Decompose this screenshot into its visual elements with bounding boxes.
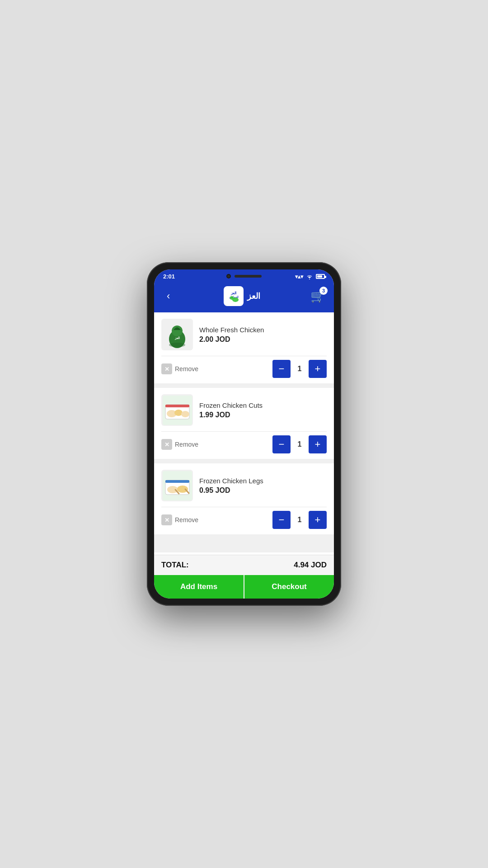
camera-dot: [226, 274, 231, 278]
svg-rect-12: [165, 405, 189, 407]
decrease-qty-3[interactable]: −: [272, 511, 291, 529]
wifi-icon: ▾▴▾: [295, 274, 303, 280]
qty-value-2: 1: [291, 440, 309, 448]
svg-point-14: [174, 410, 183, 416]
nav-bar: ‹ العز للدواجن العز 🛒 3: [154, 282, 334, 312]
speaker-bar: [235, 275, 262, 278]
remove-x-icon-1: ✕: [161, 363, 172, 374]
phone-shell: 2:01 ▾▴▾ ‹: [147, 262, 341, 606]
item-info-3: Frozen Chicken Legs 0.95 JOD: [199, 477, 327, 495]
battery-icon: [316, 274, 325, 279]
bottom-spacer: [154, 534, 334, 552]
increase-qty-1[interactable]: +: [309, 360, 327, 378]
divider-1: [154, 383, 334, 388]
back-button[interactable]: ‹: [163, 288, 174, 304]
remove-button-2[interactable]: ✕ Remove: [161, 439, 198, 450]
item-name-1: Whole Fresh Chicken: [199, 326, 327, 334]
cart-content: العز Whole Fresh Chicken 2.00 JOD ✕ Remo…: [154, 312, 334, 555]
divider-2: [154, 459, 334, 463]
decrease-qty-1[interactable]: −: [272, 360, 291, 378]
time-display: 2:01: [163, 273, 175, 280]
svg-point-19: [167, 486, 178, 493]
decrease-qty-2[interactable]: −: [272, 435, 291, 453]
add-items-button[interactable]: Add Items: [154, 575, 244, 599]
item-image-2: [161, 394, 193, 426]
item-price-1: 2.00 JOD: [199, 335, 327, 344]
total-label: TOTAL:: [161, 561, 189, 570]
increase-qty-3[interactable]: +: [309, 511, 327, 529]
quantity-controls-1: − 1 +: [272, 360, 327, 378]
svg-text:العز: العز: [174, 336, 179, 340]
item-info-2: Frozen Chicken Cuts 1.99 JOD: [199, 401, 327, 419]
svg-point-20: [177, 486, 188, 493]
checkout-button[interactable]: Checkout: [244, 575, 334, 599]
cart-button[interactable]: 🛒 3: [310, 289, 325, 303]
remove-label-2: Remove: [175, 441, 198, 448]
phone-screen: 2:01 ▾▴▾ ‹: [154, 269, 334, 599]
bottom-buttons: Add Items Checkout: [154, 575, 334, 599]
logo-text: العز: [247, 291, 260, 301]
item-main-3: Frozen Chicken Legs 0.95 JOD: [161, 470, 327, 507]
item-info-1: Whole Fresh Chicken 2.00 JOD: [199, 326, 327, 344]
logo-container: العز للدواجن العز: [224, 286, 260, 306]
remove-button-1[interactable]: ✕ Remove: [161, 363, 198, 374]
item-main-2: Frozen Chicken Cuts 1.99 JOD: [161, 394, 327, 431]
item-controls-1: ✕ Remove − 1 +: [161, 356, 327, 383]
svg-point-9: [169, 343, 185, 347]
item-controls-3: ✕ Remove − 1 +: [161, 507, 327, 534]
item-image-1: العز: [161, 319, 193, 350]
cart-item-2: Frozen Chicken Cuts 1.99 JOD ✕ Remove − …: [154, 388, 334, 459]
logo-badge: العز للدواجن: [224, 286, 244, 306]
remove-x-icon-2: ✕: [161, 439, 172, 450]
item-main-1: العز Whole Fresh Chicken 2.00 JOD: [161, 319, 327, 356]
phone-notch: [226, 274, 262, 278]
svg-point-5: [230, 296, 234, 300]
svg-point-0: [309, 278, 310, 279]
cart-item-1: العز Whole Fresh Chicken 2.00 JOD ✕ Remo…: [154, 312, 334, 383]
remove-label-3: Remove: [175, 516, 198, 524]
increase-qty-2[interactable]: +: [309, 435, 327, 453]
item-image-3: [161, 470, 193, 501]
item-price-3: 0.95 JOD: [199, 486, 327, 495]
item-name-3: Frozen Chicken Legs: [199, 477, 327, 485]
remove-button-3[interactable]: ✕ Remove: [161, 514, 198, 525]
quantity-controls-3: − 1 +: [272, 511, 327, 529]
item-name-2: Frozen Chicken Cuts: [199, 401, 327, 409]
cart-item-3: Frozen Chicken Legs 0.95 JOD ✕ Remove − …: [154, 463, 334, 534]
status-icons: ▾▴▾: [295, 274, 325, 280]
svg-rect-18: [165, 480, 189, 483]
svg-text:العز: العز: [230, 291, 236, 295]
quantity-controls-2: − 1 +: [272, 435, 327, 453]
logo-icon: العز للدواجن: [225, 288, 242, 304]
wifi-signal-icon: [306, 274, 313, 279]
qty-value-3: 1: [291, 516, 309, 524]
svg-point-7: [172, 326, 183, 336]
remove-x-icon-3: ✕: [161, 514, 172, 525]
total-value: 4.94 JOD: [294, 561, 327, 570]
total-bar: TOTAL: 4.94 JOD: [154, 555, 334, 575]
item-controls-2: ✕ Remove − 1 +: [161, 431, 327, 459]
remove-label-1: Remove: [175, 365, 198, 373]
cart-count-badge: 3: [319, 287, 328, 295]
frozen-legs-image: [163, 471, 192, 500]
frozen-cuts-image: [163, 396, 192, 425]
svg-point-15: [181, 411, 189, 417]
item-price-2: 1.99 JOD: [199, 411, 327, 419]
whole-chicken-image: العز: [163, 320, 192, 349]
qty-value-1: 1: [291, 365, 309, 373]
